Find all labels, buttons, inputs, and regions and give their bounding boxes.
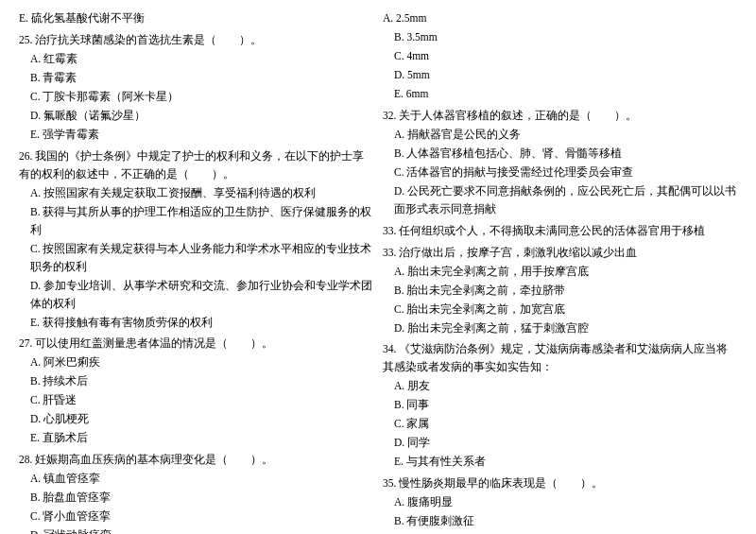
question-text: 26. 我国的《护士条例》中规定了护士的权利和义务，在以下的护士享有的权利的叙述… — [19, 147, 373, 183]
question-block: E. 硫化氢基酸代谢不平衡 — [19, 9, 373, 27]
option-text: B. 胎出未完全剥离之前，牵拉脐带 — [383, 282, 737, 300]
option-text: A. 捐献器官是公民的义务 — [383, 126, 737, 144]
question-block: 33. 任何组织或个人，不得摘取未满同意公民的活体器官用于移植 — [383, 222, 737, 240]
option-text: D. 同学 — [383, 434, 737, 452]
question-block: 34. 《艾滋病防治条例》规定，艾滋病病毒感染者和艾滋病病人应当将其感染或者发病… — [383, 340, 737, 471]
option-text: B. 获得与其所从事的护理工作相适应的卫生防护、医疗保健服务的权利 — [19, 203, 373, 239]
option-text: B. 持续术后 — [19, 372, 373, 390]
option-text: B. 青霉素 — [19, 69, 373, 87]
question-block: 26. 我国的《护士条例》中规定了护士的权利和义务，在以下的护士享有的权利的叙述… — [19, 147, 373, 332]
option-text: A. 腹痛明显 — [383, 493, 737, 511]
option-text: D. 公民死亡要求不同意捐献条例的，应公民死亡后，其配偶可以以书面形式表示同意捐… — [383, 182, 737, 218]
option-text: C. 肾小血管痉挛 — [19, 508, 373, 525]
option-text: C. 4mm — [383, 47, 737, 65]
option-text: B. 人体器官移植包括心、肺、肾、骨髓等移植 — [383, 145, 737, 163]
question-text: 35. 慢性肠炎期最早的临床表现是（ ）。 — [383, 474, 737, 492]
option-text: E. 与其有性关系者 — [383, 453, 737, 471]
option-text: A. 朋友 — [383, 377, 737, 395]
page-container: E. 硫化氢基酸代谢不平衡25. 治疗抗关球菌感染的首选抗生素是（ ）。A. 红… — [19, 9, 737, 534]
option-text: C. 丁胺卡那霉素（阿米卡星） — [19, 88, 373, 106]
option-text: E. 获得接触有毒有害物质劳保的权利 — [19, 314, 373, 332]
option-text: C. 家属 — [383, 415, 737, 433]
option-text: C. 胎出未完全剥离之前，加宽宫底 — [383, 301, 737, 319]
option-text: D. 心肌梗死 — [19, 410, 373, 428]
option-text: D. 胎出未完全剥离之前，猛于刺激宫腔 — [383, 319, 737, 337]
question-block: 25. 治疗抗关球菌感染的首选抗生素是（ ）。A. 红霉素B. 青霉素C. 丁胺… — [19, 31, 373, 144]
option-text: E. 强学青霉素 — [19, 126, 373, 144]
option-text: C. 按照国家有关规定获得与本人业务能力和学术水平相应的专业技术职务的权利 — [19, 240, 373, 276]
question-block: 32. 关于人体器官移植的叙述，正确的是（ ）。A. 捐献器官是公民的义务B. … — [383, 107, 737, 218]
question-block: 27. 可以使用红盖测量患者体温的情况是（ ）。A. 阿米巴痢疾B. 持续术后C… — [19, 335, 373, 447]
question-text: 28. 妊娠期高血压疾病的基本病理变化是（ ）。 — [19, 451, 373, 469]
question-text: 33. 治疗做出后，按摩子宫，刺激乳收缩以减少出血 — [383, 244, 737, 262]
option-text: D. 冠状动脉痉挛 — [19, 526, 373, 534]
question-text: 32. 关于人体器官移植的叙述，正确的是（ ）。 — [383, 107, 737, 125]
question-block: 33. 治疗做出后，按摩子宫，刺激乳收缩以减少出血A. 胎出未完全剥离之前，用手… — [383, 244, 737, 337]
content-columns: E. 硫化氢基酸代谢不平衡25. 治疗抗关球菌感染的首选抗生素是（ ）。A. 红… — [19, 9, 737, 534]
option-text: A. 按照国家有关规定获取工资报酬、享受福利待遇的权利 — [19, 184, 373, 202]
option-text: A. 胎出未完全剥离之前，用手按摩宫底 — [383, 263, 737, 281]
option-text: E. 直肠术后 — [19, 429, 373, 447]
option-text: D. 5mm — [383, 66, 737, 84]
option-text: B. 胎盘血管痉挛 — [19, 489, 373, 507]
option-text: A. 阿米巴痢疾 — [19, 353, 373, 371]
option-text: E. 6mm — [383, 85, 737, 103]
question-text: E. 硫化氢基酸代谢不平衡 — [19, 9, 373, 27]
question-text: A. 2.5mm — [383, 9, 737, 27]
option-text: A. 镇血管痉挛 — [19, 470, 373, 488]
option-text: B. 有便腹刺激征 — [383, 512, 737, 530]
right-column: A. 2.5mmB. 3.5mmC. 4mmD. 5mmE. 6mm32. 关于… — [383, 9, 737, 534]
left-column: E. 硫化氢基酸代谢不平衡25. 治疗抗关球菌感染的首选抗生素是（ ）。A. 红… — [19, 9, 373, 534]
question-text: 33. 任何组织或个人，不得摘取未满同意公民的活体器官用于移植 — [383, 222, 737, 240]
question-block: A. 2.5mmB. 3.5mmC. 4mmD. 5mmE. 6mm — [383, 9, 737, 103]
option-text: D. 参加专业培训、从事学术研究和交流、参加行业协会和专业学术团体的权利 — [19, 277, 373, 313]
option-text: D. 氟哌酸（诺氟沙星） — [19, 107, 373, 125]
option-text: C. 肝昏迷 — [19, 391, 373, 409]
question-text: 34. 《艾滋病防治条例》规定，艾滋病病毒感染者和艾滋病病人应当将其感染或者发病… — [383, 340, 737, 376]
option-text: A. 红霉素 — [19, 50, 373, 68]
question-text: 27. 可以使用红盖测量患者体温的情况是（ ）。 — [19, 335, 373, 353]
question-block: 35. 慢性肠炎期最早的临床表现是（ ）。A. 腹痛明显B. 有便腹刺激征C. … — [383, 474, 737, 534]
option-text: B. 3.5mm — [383, 28, 737, 46]
question-block: 28. 妊娠期高血压疾病的基本病理变化是（ ）。A. 镇血管痉挛B. 胎盘血管痉… — [19, 451, 373, 534]
option-text: C. 活体器官的捐献与接受需经过伦理委员会审查 — [383, 164, 737, 181]
option-text: B. 同事 — [383, 396, 737, 414]
question-text: 25. 治疗抗关球菌感染的首选抗生素是（ ）。 — [19, 31, 373, 49]
